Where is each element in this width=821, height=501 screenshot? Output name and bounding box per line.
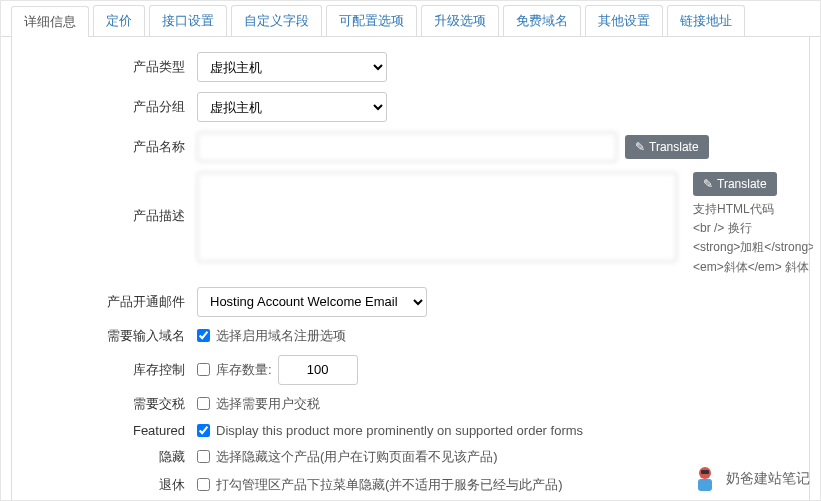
watermark-text: 奶爸建站笔记 xyxy=(726,470,810,488)
translate-label: Translate xyxy=(649,140,699,154)
checkbox-featured[interactable] xyxy=(197,424,210,437)
tab-custom-fields[interactable]: 自定义字段 xyxy=(231,5,322,36)
input-stock-qty[interactable] xyxy=(278,355,358,385)
checkbox-stock-control[interactable] xyxy=(197,363,210,376)
label-retired: 退休 xyxy=(27,476,197,494)
tabs-bar: 详细信息 定价 接口设置 自定义字段 可配置选项 升级选项 免费域名 其他设置 … xyxy=(1,1,820,37)
translate-desc-button[interactable]: ✎ Translate xyxy=(693,172,777,196)
label-product-desc: 产品描述 xyxy=(27,172,197,225)
edit-icon: ✎ xyxy=(703,177,713,191)
help-text: <br /> 换行 xyxy=(693,221,752,235)
svg-rect-2 xyxy=(701,470,709,474)
checkbox-label: 选择需要用户交税 xyxy=(216,395,320,413)
input-product-name[interactable] xyxy=(197,132,617,162)
translate-name-button[interactable]: ✎ Translate xyxy=(625,135,709,159)
avatar-icon xyxy=(690,464,720,494)
help-text: 支持HTML代码 xyxy=(693,202,774,216)
checkbox-label: 选择隐藏这个产品(用户在订购页面看不见该产品) xyxy=(216,448,498,466)
label-product-type: 产品类型 xyxy=(27,58,197,76)
translate-label: Translate xyxy=(717,177,767,191)
label-featured: Featured xyxy=(27,423,197,438)
desc-help-block: ✎ Translate 支持HTML代码 <br /> 换行 <strong>加… xyxy=(693,172,813,277)
checkbox-tax[interactable] xyxy=(197,397,210,410)
tab-links[interactable]: 链接地址 xyxy=(667,5,745,36)
checkbox-label: Display this product more prominently on… xyxy=(216,423,583,438)
help-text: <em>斜体</em> 斜体 xyxy=(693,260,809,274)
tab-other[interactable]: 其他设置 xyxy=(585,5,663,36)
checkbox-hidden[interactable] xyxy=(197,450,210,463)
label-stock-control: 库存控制 xyxy=(27,361,197,379)
edit-icon: ✎ xyxy=(635,140,645,154)
label-product-name: 产品名称 xyxy=(27,138,197,156)
tab-upgrades[interactable]: 升级选项 xyxy=(421,5,499,36)
checkbox-label: 打勾管理区产品下拉菜单隐藏(并不适用于服务已经与此产品) xyxy=(216,476,563,494)
checkbox-label: 选择启用域名注册选项 xyxy=(216,327,346,345)
select-product-group[interactable]: 虚拟主机 xyxy=(197,92,387,122)
label-require-domain: 需要输入域名 xyxy=(27,327,197,345)
watermark: 奶爸建站笔记 xyxy=(690,464,810,494)
label-product-group: 产品分组 xyxy=(27,98,197,116)
tab-detail[interactable]: 详细信息 xyxy=(11,6,89,37)
tab-config-options[interactable]: 可配置选项 xyxy=(326,5,417,36)
label-hidden: 隐藏 xyxy=(27,448,197,466)
tab-pricing[interactable]: 定价 xyxy=(93,5,145,36)
label-tax: 需要交税 xyxy=(27,395,197,413)
select-welcome-email[interactable]: Hosting Account Welcome Email xyxy=(197,287,427,317)
form-panel: 产品类型 虚拟主机 产品分组 虚拟主机 产品名称 ✎ Translate 产品描… xyxy=(11,37,810,501)
checkbox-retired[interactable] xyxy=(197,478,210,491)
stock-qty-label: 库存数量: xyxy=(216,361,272,379)
checkbox-require-domain[interactable] xyxy=(197,329,210,342)
tab-free-domain[interactable]: 免费域名 xyxy=(503,5,581,36)
help-text: <strong>加粗</strong> xyxy=(693,240,813,254)
tab-module[interactable]: 接口设置 xyxy=(149,5,227,36)
select-product-type[interactable]: 虚拟主机 xyxy=(197,52,387,82)
svg-rect-1 xyxy=(698,479,712,491)
label-welcome-email: 产品开通邮件 xyxy=(27,293,197,311)
textarea-product-desc[interactable] xyxy=(197,172,677,262)
